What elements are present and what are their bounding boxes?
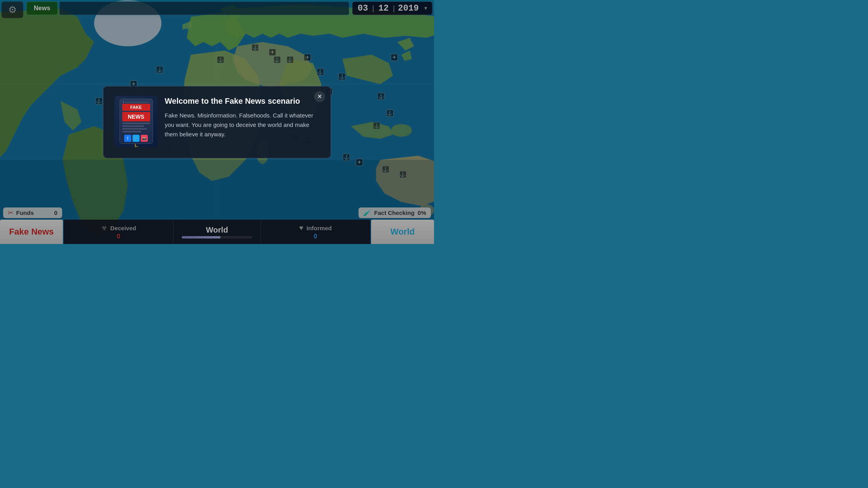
modal-close-button[interactable]: × — [314, 91, 325, 102]
fake-news-banner-text: FAKE — [122, 104, 150, 111]
modal-overlay: FAKE NEWS f 🐦 📸 👆 Welcome to the Fake — [0, 0, 434, 244]
modal-body: Fake News. Misinformation. Falsehoods. C… — [165, 111, 320, 139]
modal-title: Welcome to the Fake News scenario — [165, 96, 308, 106]
fake-news-banner-text2: NEWS — [122, 112, 150, 121]
modal-content: Welcome to the Fake News scenario Fake N… — [165, 96, 320, 147]
modal-image: FAKE NEWS f 🐦 📸 👆 — [114, 96, 158, 147]
welcome-modal: FAKE NEWS f 🐦 📸 👆 Welcome to the Fake — [103, 86, 331, 158]
